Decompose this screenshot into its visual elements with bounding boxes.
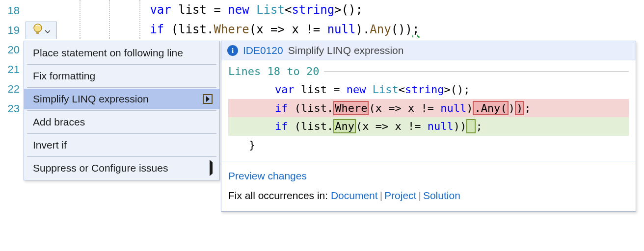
diff-removed-line: if (list.Where(x => x != null).Any());	[228, 99, 629, 117]
rule-id: IDE0120	[243, 45, 283, 56]
preview-separator	[221, 161, 636, 161]
menu-item-label: Invert if	[33, 139, 67, 151]
svg-rect-1	[36, 31, 39, 34]
submenu-arrow-icon	[203, 94, 213, 104]
menu-item-label: Fix formatting	[33, 70, 95, 82]
line-number: 23	[0, 99, 24, 119]
lightbulb-button[interactable]	[26, 22, 57, 39]
line-number: 19	[0, 21, 24, 40]
menu-separator	[27, 110, 216, 111]
line-number: 22	[0, 79, 24, 99]
preview-changes-link[interactable]: Preview changes	[228, 170, 307, 181]
fix-all-document-link[interactable]: Document	[331, 190, 378, 201]
context-label: Lines 18 to 20	[228, 62, 629, 80]
code-line-19[interactable]: if (list.Where(x => x != null).Any());	[59, 20, 644, 39]
preview-header: i IDE0120 Simplify LINQ expression	[221, 41, 636, 60]
menu-item-place-statement[interactable]: Place statement on following line	[24, 43, 219, 63]
separator: |	[416, 190, 423, 201]
diff-context-line: var list = new List<string>();	[228, 80, 629, 99]
code-line-18[interactable]: var list = new List<string>();	[59, 0, 644, 20]
menu-item-label: Simplify LINQ expression	[33, 93, 149, 105]
menu-item-invert-if[interactable]: Invert if	[24, 135, 219, 155]
rule-title: Simplify LINQ expression	[288, 45, 404, 56]
lightbulb-icon	[32, 23, 43, 38]
fix-all-solution-link[interactable]: Solution	[423, 190, 460, 201]
chevron-down-icon	[45, 25, 50, 36]
code-editor: 18 19 20 21 22 23 var list = new List<st…	[0, 0, 644, 251]
menu-item-simplify-linq[interactable]: Simplify LINQ expression	[24, 89, 219, 109]
menu-separator	[27, 133, 216, 134]
fix-all-project-link[interactable]: Project	[384, 190, 416, 201]
menu-separator	[27, 156, 216, 157]
quick-actions-menu: Place statement on following line Fix fo…	[24, 41, 220, 180]
submenu-arrow-icon	[210, 162, 213, 174]
menu-separator	[27, 87, 216, 88]
separator: |	[378, 190, 384, 201]
line-number-gutter: 18 19 20 21 22 23	[0, 0, 24, 251]
menu-separator	[27, 64, 216, 65]
diff-context-line: }	[228, 136, 629, 154]
preview-diff: Lines 18 to 20 var list = new List<strin…	[221, 60, 636, 158]
code-area[interactable]: var list = new List<string>(); if (list.…	[59, 0, 644, 39]
menu-item-fix-formatting[interactable]: Fix formatting	[24, 66, 219, 86]
line-number: 18	[0, 1, 24, 21]
diff-added-line: if (list.Any(x => x != null)) ;	[228, 117, 629, 135]
preview-footer: Preview changes Fix all occurrences in: …	[221, 164, 636, 211]
menu-item-add-braces[interactable]: Add braces	[24, 112, 219, 132]
preview-panel: i IDE0120 Simplify LINQ expression Lines…	[221, 41, 636, 212]
menu-item-label: Add braces	[33, 116, 85, 128]
menu-item-suppress-configure[interactable]: Suppress or Configure issues	[24, 158, 219, 178]
menu-item-label: Place statement on following line	[33, 47, 183, 59]
line-number: 21	[0, 60, 24, 79]
line-number: 20	[0, 40, 24, 60]
info-icon: i	[227, 45, 238, 56]
menu-item-label: Suppress or Configure issues	[33, 162, 168, 174]
fix-all-label: Fix all occurrences in:	[228, 190, 331, 201]
